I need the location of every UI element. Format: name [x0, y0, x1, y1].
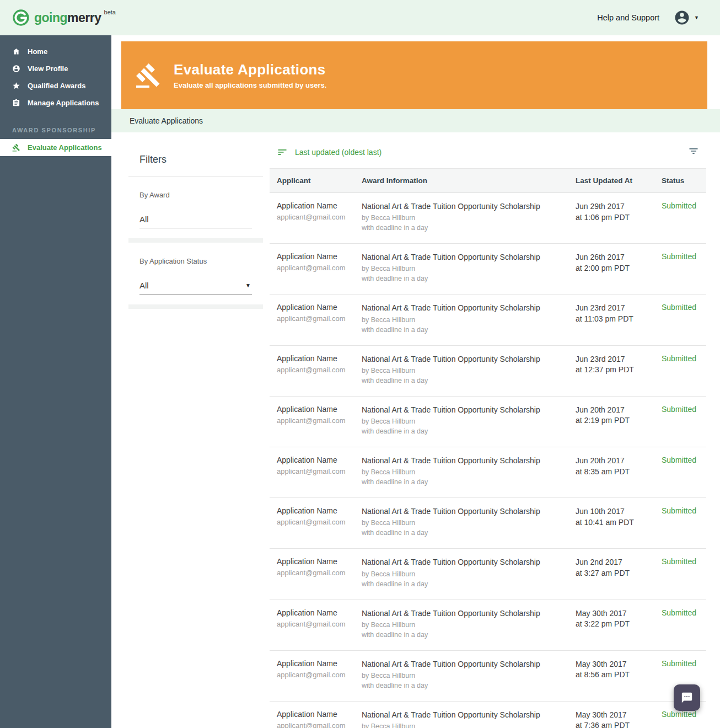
applicant-email: applicant@gmail.com [277, 213, 362, 221]
table-row[interactable]: Application Name applicant@gmail.com Nat… [270, 244, 706, 295]
status-badge: Submitted [662, 456, 699, 486]
table-row[interactable]: Application Name applicant@gmail.com Nat… [270, 346, 706, 397]
app-root: going merry beta Help and Support ▼ Home… [0, 0, 720, 728]
last-updated-cell: Jun 23rd 2017 at 11:03 pm PDT [576, 303, 662, 333]
by-award-label: By Award [139, 191, 252, 199]
filter-by-status: By Application Status All ▼ [128, 243, 263, 304]
chat-widget-button[interactable] [674, 684, 700, 711]
sidebar-item-evaluate-applications[interactable]: Evaluate Applications [0, 139, 111, 156]
table-row[interactable]: Application Name applicant@gmail.com Nat… [270, 447, 706, 498]
person-icon [12, 65, 20, 73]
last-updated-cell: May 30th 2017 at 8:56 am PDT [576, 659, 662, 689]
sort-control[interactable]: Last updated (oldest last) [277, 147, 382, 158]
award-deadline: with deadline in a day [362, 682, 558, 689]
status-badge: Submitted [662, 557, 699, 587]
column-header-applicant: Applicant [277, 169, 362, 192]
sidebar-item-view-profile[interactable]: View Profile [0, 60, 111, 77]
page-subtitle: Evaluate all applications submitted by u… [174, 81, 326, 89]
sort-icon [277, 147, 288, 158]
sidebar-item-label: Home [28, 47, 47, 56]
award-title: National Art & Trade Tuition Opportunity… [362, 252, 558, 262]
application-name: Application Name [277, 506, 362, 515]
award-information-cell: National Art & Trade Tuition Opportunity… [362, 405, 576, 435]
application-name: Application Name [277, 608, 362, 617]
sidebar-item-qualified-awards[interactable]: Qualified Awards [0, 77, 111, 94]
award-title: National Art & Trade Tuition Opportunity… [362, 608, 558, 618]
sort-label: Last updated (oldest last) [295, 148, 382, 157]
application-name: Application Name [277, 456, 362, 464]
application-name: Application Name [277, 710, 362, 719]
table-row[interactable]: Application Name applicant@gmail.com Nat… [270, 549, 706, 599]
table-row[interactable]: Application Name applicant@gmail.com Nat… [270, 651, 706, 702]
award-sponsor: by Becca Hillburn [362, 519, 558, 527]
award-title: National Art & Trade Tuition Opportunity… [362, 201, 558, 211]
last-updated-date: Jun 29th 2017 [576, 201, 662, 212]
filter-list-icon [688, 146, 699, 157]
by-application-status-label: By Application Status [139, 257, 252, 265]
award-title: National Art & Trade Tuition Opportunity… [362, 710, 558, 720]
award-title: National Art & Trade Tuition Opportunity… [362, 659, 558, 669]
applicant-cell: Application Name applicant@gmail.com [277, 201, 362, 232]
table-row[interactable]: Application Name applicant@gmail.com Nat… [270, 193, 706, 244]
by-award-input[interactable] [139, 212, 252, 228]
breadcrumb-item[interactable]: Evaluate Applications [130, 116, 203, 125]
table-row[interactable]: Application Name applicant@gmail.com Nat… [270, 702, 706, 728]
last-updated-time: at 10:41 am PDT [576, 517, 662, 528]
award-information-cell: National Art & Trade Tuition Opportunity… [362, 659, 576, 689]
status-badge: Submitted [662, 710, 699, 728]
award-sponsor: by Becca Hillburn [362, 468, 558, 476]
sidebar-item-label: Qualified Awards [28, 82, 85, 90]
award-title: National Art & Trade Tuition Opportunity… [362, 405, 558, 415]
last-updated-date: Jun 10th 2017 [576, 506, 662, 517]
logo-word-going: going [34, 8, 67, 28]
award-information-cell: National Art & Trade Tuition Opportunity… [362, 354, 576, 384]
main-content: Evaluate Applications Evaluate all appli… [111, 35, 720, 728]
last-updated-cell: Jun 10th 2017 at 10:41 am PDT [576, 506, 662, 537]
last-updated-time: at 3:27 am PDT [576, 568, 662, 579]
selected-status-value: All [139, 281, 149, 290]
table-toolbar: Last updated (oldest last) [270, 143, 706, 168]
applicant-cell: Application Name applicant@gmail.com [277, 456, 362, 486]
award-title: National Art & Trade Tuition Opportunity… [362, 456, 558, 465]
table-row[interactable]: Application Name applicant@gmail.com Nat… [270, 498, 706, 549]
sidebar-item-manage-applications[interactable]: Manage Applications [0, 94, 111, 111]
last-updated-date: Jun 20th 2017 [576, 456, 662, 467]
award-deadline: with deadline in a day [362, 478, 558, 486]
logo-word-merry: merry [67, 8, 101, 28]
application-name: Application Name [277, 405, 362, 414]
last-updated-date: Jun 23rd 2017 [576, 354, 662, 365]
chat-bubble-icon [681, 692, 693, 704]
last-updated-date: May 30th 2017 [576, 659, 662, 670]
filter-list-button[interactable] [688, 146, 699, 159]
account-menu[interactable]: ▼ [674, 9, 699, 26]
sidebar: Home View Profile Qualified Awards Manag… [0, 35, 111, 728]
page-title: Evaluate Applications [174, 61, 326, 78]
last-updated-time: at 2:19 pm PDT [576, 415, 662, 426]
by-application-status-select[interactable]: All ▼ [139, 279, 252, 295]
award-sponsor: by Becca Hillburn [362, 722, 558, 728]
last-updated-date: May 30th 2017 [576, 608, 662, 619]
application-name: Application Name [277, 354, 362, 363]
column-header-last-updated-at: Last Updated At [576, 169, 662, 192]
award-deadline: with deadline in a day [362, 326, 558, 334]
sidebar-item-home[interactable]: Home [0, 43, 111, 60]
last-updated-time: at 3:22 pm PDT [576, 619, 662, 630]
table-row[interactable]: Application Name applicant@gmail.com Nat… [270, 295, 706, 345]
breadcrumb: Evaluate Applications [111, 109, 720, 132]
table-row[interactable]: Application Name applicant@gmail.com Nat… [270, 397, 706, 447]
award-deadline: with deadline in a day [362, 529, 558, 537]
award-title: National Art & Trade Tuition Opportunity… [362, 354, 558, 364]
table-row[interactable]: Application Name applicant@gmail.com Nat… [270, 600, 706, 651]
sidebar-section-award-sponsorship: AWARD SPONSORSHIP [0, 111, 111, 139]
award-information-cell: National Art & Trade Tuition Opportunity… [362, 506, 576, 537]
applicant-cell: Application Name applicant@gmail.com [277, 303, 362, 333]
help-and-support-link[interactable]: Help and Support [597, 13, 659, 22]
goingmerry-logo[interactable]: going merry beta [12, 8, 116, 28]
application-name: Application Name [277, 557, 362, 566]
last-updated-date: Jun 2nd 2017 [576, 557, 662, 568]
award-sponsor: by Becca Hillburn [362, 265, 558, 272]
page-banner: Evaluate Applications Evaluate all appli… [121, 41, 707, 109]
topbar-right: Help and Support ▼ [597, 9, 699, 26]
applicant-cell: Application Name applicant@gmail.com [277, 506, 362, 537]
avatar-icon [674, 9, 690, 26]
